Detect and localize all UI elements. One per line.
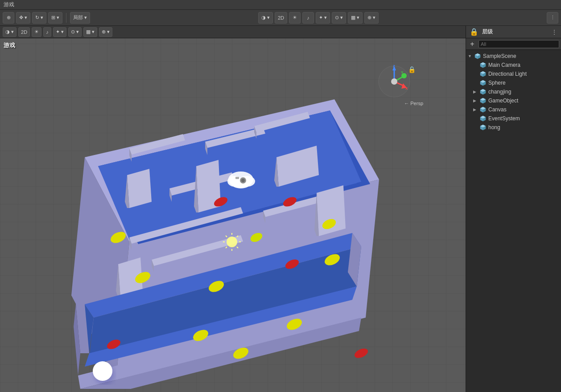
tree-arrow-sample-scene: ▼	[468, 54, 474, 58]
tree-label-directional-light: Directional Light	[488, 71, 527, 77]
tree-label-canvas: Canvas	[488, 106, 507, 113]
tree-item-canvas[interactable]: ▶ Canvas	[466, 105, 561, 114]
effects-btn[interactable]: ✦ ▾	[316, 12, 330, 24]
svg-point-54	[96, 365, 102, 370]
scene-label: 游戏	[4, 41, 15, 49]
2d-btn[interactable]: 2D	[275, 12, 287, 24]
svg-point-52	[353, 347, 370, 360]
cube-icon-eventsystem	[479, 115, 487, 122]
tree-item-eventsystem[interactable]: EventSystem	[466, 114, 561, 123]
gizmos-btn[interactable]: ⊕ ▾	[364, 12, 379, 24]
tree-item-hong[interactable]: hong	[466, 123, 561, 132]
tree-arrow-changjing: ▶	[473, 90, 479, 94]
tree-arrow-sphere	[473, 81, 479, 85]
lighting-btn[interactable]: ☀	[289, 12, 301, 24]
tree-label-sample-scene: SampleScene	[483, 53, 516, 59]
scene-audio-btn[interactable]: ♪	[43, 27, 51, 37]
scene-2d-btn[interactable]: 2D	[18, 27, 30, 37]
hierarchy-search-input[interactable]	[478, 40, 559, 48]
tree-arrow-eventsystem	[473, 116, 479, 121]
hierarchy-add-btn[interactable]: +	[468, 40, 477, 49]
tree-item-changjing[interactable]: ▶ changjing	[466, 87, 561, 96]
local-label: 局部	[73, 14, 83, 21]
scene-gizmo[interactable]: Y X Z	[376, 64, 412, 99]
scene-gizmos-btn[interactable]: ⊕ ▾	[99, 27, 112, 37]
hierarchy-title: 层级	[482, 28, 548, 36]
scene-hidden-btn[interactable]: ⊙ ▾	[68, 27, 82, 37]
cube-icon-hong	[479, 124, 487, 131]
scene-viewport[interactable]: ◑ ▾ 2D ☀ ♪ ✦ ▾ ⊙ ▾ ▦ ▾ ⊕ ▾ 游戏	[0, 26, 466, 392]
tree-label-sphere: Sphere	[488, 80, 506, 86]
svg-text:Z: Z	[393, 64, 395, 68]
scene-lighting-btn[interactable]: ☀	[32, 27, 41, 37]
tree-label-eventsystem: EventSystem	[488, 115, 520, 122]
tree-item-gameobject[interactable]: ▶ GameObject	[466, 96, 561, 105]
svg-point-53	[93, 361, 112, 381]
hierarchy-toolbar: +	[466, 38, 561, 50]
svg-text:Y: Y	[401, 70, 404, 74]
shading-btn[interactable]: ◑ ▾	[258, 12, 273, 24]
svg-marker-12	[127, 169, 152, 208]
tree-arrow-canvas: ▶	[473, 107, 479, 112]
audio-btn[interactable]: ♪	[302, 12, 314, 24]
cube-icon-gameobject	[479, 97, 487, 104]
transform-tool-btn[interactable]: ⊕	[3, 12, 14, 24]
scene-shading-btn[interactable]: ◑ ▾	[3, 27, 16, 37]
maze-scene	[27, 50, 392, 389]
svg-point-55	[227, 237, 237, 247]
tree-item-sample-scene[interactable]: ▼ SampleScene	[466, 52, 561, 61]
main-toolbar: ⊕ ✥ ▾ ↻ ▾ ⊞ ▾ 局部 ▾ ◑ ▾ 2D ☀ ♪ ✦ ▾ ⊙ ▾ ▦ …	[0, 10, 561, 26]
cube-icon-directional-light	[479, 70, 487, 78]
tree-arrow-hong	[473, 125, 479, 130]
hierarchy-tree: ▼ SampleScene	[466, 50, 561, 392]
svg-text:X: X	[405, 86, 408, 90]
tree-label-changjing: changjing	[488, 89, 511, 95]
tree-label-gameobject: GameObject	[488, 98, 518, 104]
hierarchy-header: 🔒 层级 ⋮	[466, 26, 561, 38]
cube-icon-changjing	[479, 88, 487, 95]
persp-label: ← Persp	[404, 101, 423, 106]
move-tool-btn[interactable]: ✥ ▾	[16, 12, 30, 24]
sep1	[66, 13, 66, 23]
svg-marker-28	[317, 185, 346, 236]
cube-icon-sample-scene	[474, 53, 481, 60]
svg-rect-70	[235, 177, 239, 179]
main-content: ◑ ▾ 2D ☀ ♪ ✦ ▾ ⊙ ▾ ▦ ▾ ⊕ ▾ 游戏	[0, 26, 561, 392]
more-btn[interactable]: ⋮	[547, 12, 558, 24]
tree-label-hong: hong	[488, 124, 500, 131]
hidden-btn[interactable]: ⊙ ▾	[332, 12, 346, 24]
tree-label-main-camera: Main Camera	[488, 62, 520, 68]
menu-item-game[interactable]: 游戏	[4, 1, 14, 8]
cube-icon-canvas	[479, 106, 487, 113]
hierarchy-menu-btn[interactable]: ⋮	[551, 29, 557, 36]
stats-btn[interactable]: ▦ ▾	[348, 12, 363, 24]
svg-point-78	[391, 78, 397, 85]
lock-icon: 🔒	[408, 66, 416, 73]
scale-tool-btn[interactable]: ⊞ ▾	[48, 12, 62, 24]
tree-arrow-main-camera	[473, 63, 479, 67]
svg-point-69	[241, 179, 245, 182]
tree-item-main-camera[interactable]: Main Camera	[466, 61, 561, 69]
tree-item-directional-light[interactable]: Directional Light	[466, 69, 561, 78]
cube-icon-sphere	[479, 79, 487, 86]
chevron-down-icon: ▾	[84, 15, 87, 20]
cube-icon-main-camera	[479, 61, 487, 69]
hierarchy-lock-icon: 🔒	[470, 28, 478, 36]
scene-toolbar: ◑ ▾ 2D ☀ ♪ ✦ ▾ ⊙ ▾ ▦ ▾ ⊕ ▾	[0, 26, 466, 38]
scene-effects-btn[interactable]: ✦ ▾	[53, 27, 66, 37]
tree-arrow-gameobject: ▶	[473, 98, 479, 103]
tree-item-sphere[interactable]: Sphere	[466, 78, 561, 87]
rotate-tool-btn[interactable]: ↻ ▾	[32, 12, 46, 24]
menu-bar: 游戏	[0, 0, 561, 10]
local-global-btn[interactable]: 局部 ▾	[70, 12, 90, 24]
tree-arrow-directional-light	[473, 72, 479, 76]
scene-stats-btn[interactable]: ▦ ▾	[83, 27, 97, 37]
hierarchy-panel: 🔒 层级 ⋮ + ▼ SampleScene	[466, 26, 561, 392]
